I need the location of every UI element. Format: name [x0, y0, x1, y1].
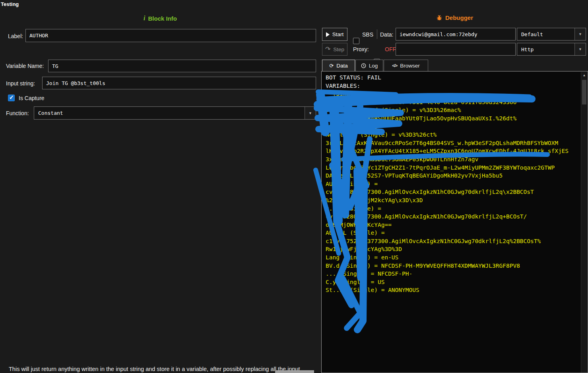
console-line: lKNivhphb2RZnpX4YFAcU4tX185+eLM5CZpxn3C6… — [326, 147, 588, 155]
vertical-scrollbar[interactable]: ▲ — [581, 72, 587, 373]
proxy-input[interactable] — [396, 43, 516, 56]
console-line: c.... (Single) = — [326, 205, 588, 213]
refresh-icon: ⟳ — [329, 63, 334, 68]
console-line: oTB1MjOWFjM2KcYAg== — [326, 221, 588, 229]
console-line: c1.v.1752802377300.AgiMlOvcAxIgkzN1hC0GJ… — [326, 237, 588, 245]
sbs-label: SBS — [362, 31, 373, 38]
play-icon — [326, 32, 330, 37]
debugger-header: Debugger — [321, 14, 588, 21]
console-line: cv.1752802377300.AgiMlOvcAxIgkzN1hC0GJwg… — [326, 213, 588, 221]
console-line: Lang (Single) = en-US — [326, 253, 588, 262]
tab-browser-label: Browser — [400, 63, 420, 69]
console-line: 3DAQEABCg.QABABSDUUFaabYUt0TjLao5OvpHvSB… — [326, 114, 588, 123]
function-select[interactable]: Constant ▼ — [34, 106, 316, 120]
toolbar-divider — [377, 29, 377, 39]
function-caption: Function: — [6, 110, 29, 116]
chevron-down-icon[interactable]: ▼ — [574, 28, 586, 40]
tab-browser[interactable]: </> Browser — [384, 60, 428, 71]
console-line: 3xudedu/buAaMaSDuc73OmAEP05kpwO0TLnnHfZn… — [326, 155, 588, 164]
start-button[interactable]: Start — [322, 28, 347, 41]
console-line: ....(Single) = NFCDSF-PH- — [326, 270, 588, 278]
vertical-scrollbar-thumb[interactable] — [582, 80, 586, 104]
proxy-caption: Proxy: — [353, 46, 369, 52]
console-line: (Single) = — [326, 90, 588, 98]
console-line: 3D1750690238025 — [326, 123, 588, 131]
chevron-down-icon[interactable]: ▼ — [305, 107, 316, 119]
scroll-up-icon[interactable]: ▲ — [581, 72, 587, 79]
console-line: AUTH (Single) = — [326, 180, 588, 188]
horizontal-scrollbar-thumb[interactable] — [275, 370, 314, 373]
data-caption: Data: — [380, 31, 393, 38]
debugger-title: Debugger — [445, 14, 473, 21]
console-line: St..us (Single) = ANONYMOUS — [326, 286, 588, 294]
code-icon: </> — [392, 63, 397, 68]
bug-icon — [436, 15, 442, 21]
console-output: BOT STATUS: FAILVARIABLES: (Single) =fb_… — [326, 73, 588, 294]
tab-data-label: Data — [336, 63, 348, 69]
label-input[interactable] — [25, 29, 316, 42]
console-line: DAUyevbLnhqn52S7-VPTuqKTqBEGAYiDgoMkH02y… — [326, 172, 588, 180]
sbs-checkbox[interactable] — [353, 38, 359, 44]
variable-name-input[interactable] — [48, 60, 316, 72]
proxy-status-label: OFF — [385, 46, 396, 52]
console-line: AU...L (Single) = — [326, 229, 588, 237]
console-line: %2FoTB1MjOwFjM2kcYAg\x3D\x3D — [326, 196, 588, 205]
tab-log-label: Log — [369, 63, 378, 69]
input-string-input[interactable] — [42, 77, 316, 89]
tab-data[interactable]: ⟳ Data — [322, 60, 355, 71]
console-line: fb_ssn (Single) = e49b7-7311-4c40-8c2a-0… — [326, 98, 588, 106]
block-info-title: Block Info — [148, 15, 177, 22]
wordlist-type-select[interactable]: Default ▼ — [517, 28, 586, 41]
app-window: Testing i Block Info Label: Variable Nam… — [0, 0, 588, 373]
proxy-type-value: Http — [517, 46, 534, 52]
console-line: L0wgr9gbqV8JYc1ZTgCH2Z1-7tPqrOJaE_m-L2w4… — [326, 164, 588, 172]
label-caption: Label: — [8, 33, 23, 39]
step-button-label: Step — [333, 46, 344, 52]
function-value: Constant — [34, 110, 63, 116]
history-icon — [361, 63, 366, 68]
console-line: NetflixId (Single) = v%3D3%26ct% — [326, 131, 588, 139]
console-line: cv.1752802377300.AgiMlOvcAxIgkzN1hC0GJwg… — [326, 188, 588, 196]
proxy-type-select[interactable]: Http ▼ — [517, 43, 586, 56]
console-line: SecureNetflixId (Single) = v%3D3%26mac% — [326, 106, 588, 114]
console-line: BOT STATUS: FAIL — [326, 73, 588, 82]
tab-log[interactable]: Log — [355, 60, 383, 71]
block-info-header: i Block Info — [0, 15, 320, 22]
is-capture-checkbox[interactable] — [8, 95, 15, 101]
data-input[interactable] — [396, 28, 516, 41]
console-line: BV.d (Single) = NFCDSF-PH-M9YWVEQFFH8T4X… — [326, 262, 588, 270]
debugger-console: BOT STATUS: FAILVARIABLES: (Single) =fb_… — [321, 71, 588, 373]
tab-title[interactable]: Testing — [1, 1, 19, 7]
info-icon: i — [144, 15, 145, 22]
wordlist-type-value: Default — [517, 31, 543, 37]
is-capture-label: Is Capture — [19, 95, 45, 101]
console-line: VARIABLES: — [326, 82, 588, 90]
block-description: This will just return anything written i… — [9, 366, 315, 372]
start-button-label: Start — [332, 31, 344, 37]
console-line: Rw1.jOwFjM2kcYAg%3D%3D — [326, 245, 588, 253]
step-arrow-icon: ↷ — [325, 46, 330, 52]
console-line: C.y (Single) = US — [326, 278, 588, 286]
chevron-down-icon[interactable]: ▼ — [574, 43, 586, 55]
input-string-caption: Input string: — [6, 80, 35, 87]
step-button[interactable]: ↷ Step — [322, 43, 347, 56]
variable-name-caption: Variable Name: — [6, 63, 44, 69]
console-line: 3rgjL0OvcAxK8AVau9ccRPoSe7T6g4BS04SVS_w.… — [326, 139, 588, 147]
